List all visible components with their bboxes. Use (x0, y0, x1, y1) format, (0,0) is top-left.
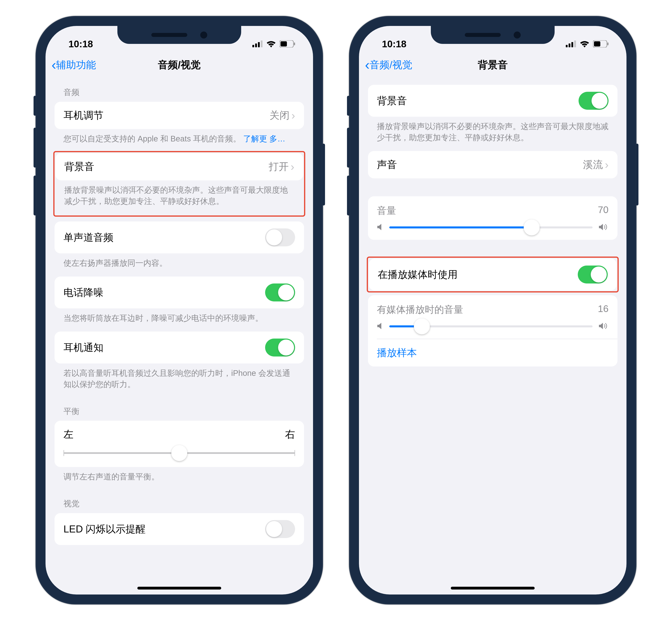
navigation-bar: ‹ 辅助功能 音频/视觉 (46, 53, 313, 79)
cell-value: 关闭 (270, 109, 289, 122)
notch (431, 26, 555, 44)
svg-rect-0 (252, 45, 254, 47)
highlighted-region: 背景音 打开 › 播放背景噪声以消弭不必要的环境杂声。这些声音可最大限度地减少干… (53, 151, 305, 217)
led-flash-row[interactable]: LED 闪烁以示提醒 (54, 513, 304, 545)
chevron-right-icon: › (605, 158, 608, 171)
cellular-signal-icon (252, 41, 263, 47)
cell-label: 耳机通知 (64, 341, 103, 354)
page-title: 背景音 (359, 58, 626, 72)
use-with-media-switch[interactable] (578, 266, 608, 284)
svg-rect-1 (255, 44, 257, 47)
cell-label: 背景音 (64, 160, 94, 173)
navigation-bar: ‹ 音频/视觉 背景音 (359, 53, 626, 79)
svg-rect-13 (607, 43, 608, 45)
cell-label: 在播放媒体时使用 (378, 268, 458, 281)
section-header-audio: 音频 (54, 79, 304, 102)
page-title: 音频/视觉 (46, 58, 313, 72)
play-sample-button[interactable]: 播放样本 (368, 339, 618, 366)
notch (117, 26, 241, 44)
speaker-low-icon (377, 223, 383, 232)
balance-right-label: 右 (285, 428, 295, 441)
home-indicator[interactable] (137, 587, 221, 589)
noise-cancellation-switch[interactable] (265, 284, 295, 301)
cell-value: 溪流 (583, 158, 603, 171)
highlighted-region: 在播放媒体时使用 (367, 257, 619, 292)
cell-label: 耳机调节 (64, 109, 103, 122)
home-indicator[interactable] (451, 587, 535, 589)
svg-rect-9 (571, 42, 573, 47)
section-header-visual: 视觉 (54, 490, 304, 513)
svg-rect-8 (569, 44, 571, 47)
status-time: 10:18 (68, 39, 93, 49)
sound-selection-row[interactable]: 声音 溪流 › (368, 151, 618, 178)
media-volume-slider-knob[interactable] (414, 318, 430, 334)
cell-label: 背景音 (377, 94, 407, 107)
speaker-low-icon (377, 322, 383, 331)
battery-icon (593, 40, 608, 47)
media-volume-label: 有媒体播放时的音量 (377, 303, 463, 316)
balance-slider-knob[interactable] (171, 445, 187, 461)
svg-rect-2 (258, 42, 260, 47)
section-footer: 播放背景噪声以消弭不必要的环境杂声。这些声音可最大限度地减少干扰，助您更加专注、… (368, 117, 618, 151)
background-sounds-toggle-row[interactable]: 背景音 (368, 85, 618, 117)
learn-more-link[interactable]: 了解更 多… (243, 134, 285, 143)
cell-label: 声音 (377, 158, 397, 171)
svg-rect-10 (574, 41, 576, 47)
volume-slider-knob[interactable] (524, 219, 540, 236)
mono-audio-row[interactable]: 单声道音频 (54, 221, 304, 253)
section-footer: 播放背景噪声以消弭不必要的环境杂声。这些声音可最大限度地减少干扰，助您更加专注、… (55, 180, 303, 215)
headphone-accommodations-row[interactable]: 耳机调节 关闭 › (54, 102, 304, 129)
wifi-icon (580, 40, 589, 47)
svg-rect-5 (280, 41, 287, 47)
use-with-media-row[interactable]: 在播放媒体时使用 (369, 259, 617, 290)
section-footer: 当您将听筒放在耳边时，降噪可减少电话中的环境噪声。 (54, 309, 304, 332)
section-footer: 您可以自定受支持的 Apple 和 Beats 耳机的音频。 了解更 多… (54, 129, 304, 152)
svg-rect-12 (594, 41, 600, 47)
section-footer: 使左右扬声器播放同一内容。 (54, 253, 304, 276)
chevron-right-icon: › (291, 161, 294, 173)
section-footer: 调节左右声道的音量平衡。 (54, 467, 304, 490)
headphone-notifications-row[interactable]: 耳机通知 (54, 332, 304, 364)
media-volume-row[interactable]: 有媒体播放时的音量 16 (368, 295, 618, 339)
phone-mockup-right: 10:18 ‹ 音频/视觉 背景音 (349, 16, 636, 605)
speaker-high-icon (599, 223, 608, 232)
background-sounds-row[interactable]: 背景音 打开 › (55, 153, 303, 180)
speaker-high-icon (599, 322, 608, 331)
cellular-signal-icon (566, 41, 576, 47)
chevron-right-icon: › (292, 109, 295, 122)
wifi-icon (266, 40, 276, 47)
balance-slider-row[interactable]: 左 右 (54, 421, 304, 467)
cell-label: 单声道音频 (64, 231, 113, 244)
volume-slider[interactable] (389, 226, 593, 228)
svg-rect-3 (261, 41, 262, 47)
status-time: 10:18 (382, 39, 407, 49)
cell-label: 电话降噪 (64, 286, 103, 299)
volume-value: 70 (598, 204, 608, 217)
mono-audio-switch[interactable] (265, 228, 295, 246)
media-volume-value: 16 (598, 303, 608, 316)
section-header-balance: 平衡 (54, 398, 304, 421)
balance-left-label: 左 (64, 428, 73, 441)
phone-mockup-left: 10:18 ‹ 辅助功能 音频/视觉 音频 (36, 16, 323, 605)
media-volume-slider[interactable] (389, 325, 593, 327)
battery-icon (279, 40, 295, 47)
phone-noise-cancellation-row[interactable]: 电话降噪 (54, 276, 304, 309)
volume-label: 音量 (377, 204, 396, 217)
background-sounds-switch[interactable] (579, 92, 608, 110)
volume-row[interactable]: 音量 70 (368, 196, 618, 240)
headphone-notifications-switch[interactable] (265, 339, 295, 357)
led-flash-switch[interactable] (265, 520, 295, 538)
svg-rect-7 (566, 45, 567, 47)
cell-value: 打开 (269, 160, 289, 173)
cell-label: LED 闪烁以示提醒 (64, 522, 145, 536)
section-footer: 若以高音量听耳机音频过久且影响您的听力时，iPhone 会发送通知以保护您的听力… (54, 364, 304, 398)
svg-rect-6 (294, 43, 295, 45)
